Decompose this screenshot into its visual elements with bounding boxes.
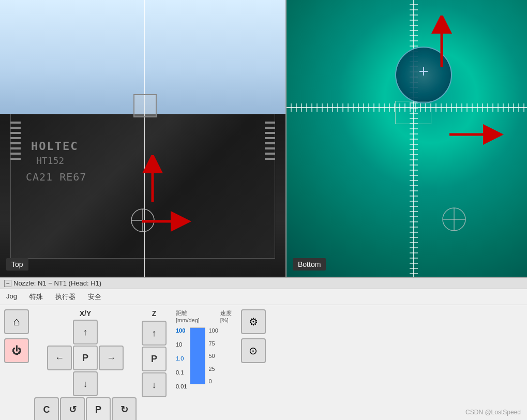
speed-25: 25 [208, 366, 218, 372]
z-down-icon: ↓ [152, 380, 157, 391]
tab-jog[interactable]: Jog [4, 291, 19, 303]
chip-pin [265, 122, 275, 124]
chip-text3: CA21 RE67 [26, 171, 86, 183]
chip-pin [10, 142, 21, 144]
home-button[interactable]: ⌂ [4, 309, 29, 334]
small-box-left [133, 94, 157, 117]
red-arrow-right-right [447, 124, 504, 145]
speed-bar-fill [190, 328, 205, 384]
chip-pin [10, 127, 21, 129]
tab-special[interactable]: 特殊 [27, 291, 45, 303]
chip-pin [265, 127, 275, 129]
slider-section: 距離[mm/deg] 速度[%] 100 10 1.0 0.1 0.01 [176, 309, 232, 389]
xy-empty-br [99, 371, 124, 396]
mc-tabs: Jog 特殊 执行器 安全 [0, 289, 527, 305]
dist-values: 100 10 1.0 0.1 0.01 [176, 327, 187, 389]
mc-header: − Nozzle: N1 − NT1 (Head: H1) [0, 278, 527, 289]
watermark: CSDN @LostSpeed [465, 409, 521, 416]
left-ctrl: ⌂ ⏻ [4, 309, 29, 363]
c-button[interactable]: C [34, 397, 59, 420]
power-icon: ⏻ [12, 346, 21, 356]
red-arrow-up-right [431, 16, 457, 72]
power-button[interactable]: ⏻ [4, 338, 29, 363]
rotate-left-icon: ↺ [69, 404, 77, 415]
speed-50: 50 [208, 353, 218, 359]
camera-left: HOLTEC HT152 CA21 RE67 [0, 0, 287, 277]
collapse-button[interactable]: − [4, 280, 11, 287]
bottom-circle-right [440, 205, 469, 234]
home-icon: ⌂ [13, 315, 20, 328]
chip-pins-left [10, 122, 21, 160]
chip-pin [265, 132, 275, 134]
rotate-right-button[interactable]: ↻ [112, 397, 137, 420]
chip-pin [265, 147, 275, 149]
up-arrow-icon: ↑ [83, 327, 88, 338]
dist-100[interactable]: 100 [176, 327, 187, 334]
tab-actuator[interactable]: 执行器 [53, 291, 78, 303]
chip-pin [10, 132, 21, 134]
chip-text1: HOLTEC [31, 140, 78, 153]
dist-1[interactable]: 1.0 [176, 355, 187, 362]
camera-button[interactable]: ⊙ [241, 338, 266, 363]
xy-up-button[interactable]: ↑ [73, 320, 98, 344]
p-button-bottom[interactable]: P [86, 397, 111, 420]
dist-10[interactable]: 10 [176, 341, 187, 348]
slider-title-row: 距離[mm/deg] 速度[%] [176, 309, 232, 323]
distance-title: 距離[mm/deg] [176, 309, 200, 323]
chip-pins-right [265, 122, 275, 160]
chip-pin [10, 122, 21, 124]
xy-empty-tl [47, 320, 72, 344]
chip-pin [10, 153, 21, 155]
xy-p-button[interactable]: P [73, 346, 98, 370]
speed-75: 75 [208, 340, 218, 347]
speed-0: 0 [208, 378, 218, 384]
chip-pin [265, 158, 275, 160]
camera-icon: ⊙ [249, 344, 258, 357]
z-section: Z ↑ P ↓ [142, 309, 167, 397]
z-p-button[interactable]: P [142, 347, 167, 371]
red-arrow-right-left [140, 211, 191, 232]
left-arrow-icon: ← [55, 353, 64, 364]
rotate-right-icon: ↻ [121, 404, 128, 415]
chip-pin [265, 153, 275, 155]
speed-values: 100 75 50 25 0 [208, 327, 218, 384]
camera-right: Bottom [287, 0, 527, 277]
z-up-button[interactable]: ↑ [142, 321, 167, 346]
lock-button[interactable]: ⚙ [241, 309, 266, 334]
xy-section: X/Y ↑ ← P → [34, 309, 137, 420]
dist-01[interactable]: 0.1 [176, 369, 187, 376]
speed-bar [190, 327, 205, 384]
chip-pin [10, 137, 21, 139]
down-arrow-icon: ↓ [83, 379, 88, 389]
label-bottom: Bottom [293, 258, 326, 271]
chip-text2: HT152 [36, 155, 64, 166]
action-btns: ⚙ ⊙ [241, 309, 266, 363]
z-grid: ↑ P ↓ [142, 321, 167, 397]
machine-control: − Nozzle: N1 − NT1 (Head: H1) Jog 特殊 执行器… [0, 277, 527, 420]
lock-icon: ⚙ [249, 316, 258, 328]
xy-right-button[interactable]: → [99, 346, 124, 370]
p-label-bottom: P [95, 404, 101, 415]
p-label-xy: P [82, 353, 88, 364]
camera-section: HOLTEC HT152 CA21 RE67 [0, 0, 527, 277]
z-up-icon: ↑ [152, 328, 157, 339]
v-line-right [413, 0, 414, 277]
dist-001[interactable]: 0.01 [176, 383, 187, 389]
speed-bar-wrapper [190, 327, 205, 384]
speed-title: 速度[%] [220, 309, 232, 323]
z-down-button[interactable]: ↓ [142, 372, 167, 397]
xy-left-button[interactable]: ← [47, 346, 72, 370]
rotate-left-button[interactable]: ↺ [60, 397, 85, 420]
nozzle-label: Nozzle: N1 − NT1 (Head: H1) [13, 279, 101, 287]
c-label: C [43, 404, 50, 415]
chip-pin [10, 158, 21, 160]
z-p-label: P [151, 354, 157, 365]
chip-pin [10, 147, 21, 149]
xy-down-button[interactable]: ↓ [73, 371, 98, 396]
right-arrow-icon: → [107, 353, 116, 364]
speed-100: 100 [208, 327, 218, 334]
mc-body: ⌂ ⏻ X/Y ↑ ← [0, 305, 527, 420]
tab-safety[interactable]: 安全 [86, 291, 103, 303]
small-box-right [395, 101, 431, 124]
xy-empty-tr [99, 320, 124, 344]
